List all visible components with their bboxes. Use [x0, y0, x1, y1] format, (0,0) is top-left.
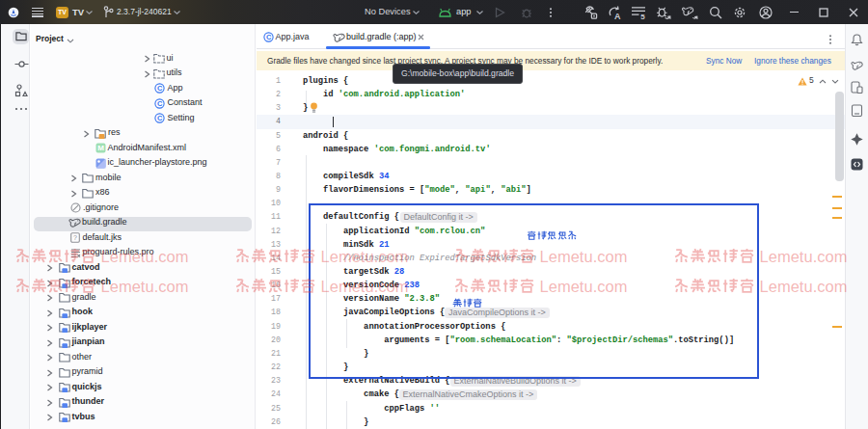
svg-text:C: C [157, 114, 163, 122]
svg-text:C: C [157, 84, 163, 93]
svg-text:C: C [266, 33, 272, 41]
svg-text:5: 5 [640, 13, 645, 19]
svg-text:M: M [97, 145, 104, 153]
svg-text:?: ? [73, 234, 77, 241]
svg-text:A: A [614, 12, 621, 20]
svg-text:C: C [157, 99, 163, 108]
